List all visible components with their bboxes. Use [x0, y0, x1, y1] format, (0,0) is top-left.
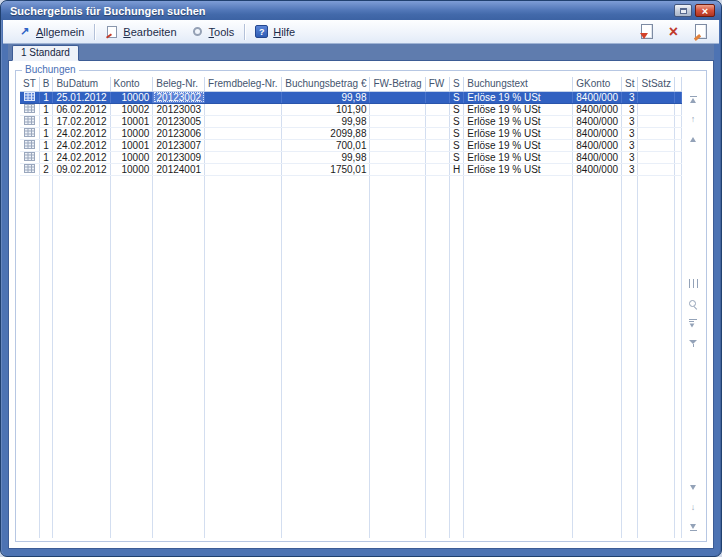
cell-buchungstext[interactable]: Erlöse 19 % USt	[464, 103, 573, 115]
column-header-beleg-nr-[interactable]: Beleg-Nr.	[153, 77, 205, 91]
cell-fw_betrag[interactable]	[370, 127, 425, 139]
table-row[interactable]: 124.02.201210000201230062099,88SErlöse 1…	[20, 127, 682, 139]
cell-s[interactable]: S	[450, 127, 464, 139]
cell-st[interactable]: 3	[622, 163, 638, 175]
cell-fw_betrag[interactable]	[370, 151, 425, 163]
cell-st[interactable]: 3	[622, 103, 638, 115]
cell-gkonto[interactable]: 8400/000	[573, 103, 622, 115]
cell-s[interactable]: S	[450, 91, 464, 103]
sort-button[interactable]	[686, 317, 701, 330]
restore-button[interactable]	[674, 4, 692, 17]
cell-budatum[interactable]: 17.02.2012	[53, 115, 110, 127]
cell-fw[interactable]	[425, 163, 449, 175]
search-button[interactable]	[686, 297, 701, 310]
cell-fw_betrag[interactable]	[370, 91, 425, 103]
cell-buchungstext[interactable]: Erlöse 19 % USt	[464, 91, 573, 103]
cell-st[interactable]	[20, 91, 39, 103]
cell-stsatz[interactable]	[638, 127, 675, 139]
cell-konto[interactable]: 10001	[110, 115, 153, 127]
cell-b[interactable]: 1	[39, 127, 53, 139]
cell-st[interactable]: 3	[622, 151, 638, 163]
column-header-stsatz[interactable]: StSatz	[638, 77, 675, 91]
cell-betrag[interactable]: 99,98	[282, 151, 370, 163]
cell-fremdbeleg_nr[interactable]	[205, 91, 282, 103]
cell-b[interactable]: 1	[39, 115, 53, 127]
scroll-to-top-button[interactable]	[686, 93, 701, 106]
cell-beleg_nr[interactable]: 20123003	[153, 103, 205, 115]
cell-betrag[interactable]: 99,98	[282, 91, 370, 103]
cell-b[interactable]: 1	[39, 103, 53, 115]
column-header-fw[interactable]: FW	[425, 77, 449, 91]
table-row[interactable]: 125.01.2012100002012300299,98SErlöse 19 …	[20, 91, 682, 103]
cell-fremdbeleg_nr[interactable]	[205, 115, 282, 127]
column-header-fremdbeleg-nr-[interactable]: Fremdbeleg-Nr.	[205, 77, 282, 91]
cell-stsatz[interactable]	[638, 151, 675, 163]
cell-konto[interactable]: 10000	[110, 91, 153, 103]
cell-beleg_nr[interactable]: 20123007	[153, 139, 205, 151]
cell-konto[interactable]: 10002	[110, 103, 153, 115]
cell-buchungstext[interactable]: Erlöse 19 % USt	[464, 139, 573, 151]
table-row[interactable]: 124.02.2012100002012300999,98SErlöse 19 …	[20, 151, 682, 163]
cell-budatum[interactable]: 25.01.2012	[53, 91, 110, 103]
cell-konto[interactable]: 10000	[110, 127, 153, 139]
cell-fw_betrag[interactable]	[370, 103, 425, 115]
table-row[interactable]: 124.02.20121000120123007700,01SErlöse 19…	[20, 139, 682, 151]
column-header-b[interactable]: B	[39, 77, 53, 91]
cell-stsatz[interactable]	[638, 139, 675, 151]
close-button[interactable]: ×	[695, 4, 715, 17]
cell-buchungstext[interactable]: Erlöse 19 % USt	[464, 115, 573, 127]
titlebar[interactable]: Suchergebnis für Buchungen suchen ×	[1, 1, 721, 20]
row-up-button[interactable]: ↑	[686, 113, 701, 126]
cell-s[interactable]: S	[450, 151, 464, 163]
cell-betrag[interactable]: 700,01	[282, 139, 370, 151]
cell-beleg_nr[interactable]: 20123006	[153, 127, 205, 139]
cell-b[interactable]: 1	[39, 151, 53, 163]
column-header-st[interactable]: St	[622, 77, 638, 91]
cell-fw[interactable]	[425, 151, 449, 163]
cell-st[interactable]: 3	[622, 127, 638, 139]
cell-fw[interactable]	[425, 127, 449, 139]
cell-st[interactable]: 3	[622, 139, 638, 151]
cell-budatum[interactable]: 06.02.2012	[53, 103, 110, 115]
cell-fremdbeleg_nr[interactable]	[205, 139, 282, 151]
cell-gkonto[interactable]: 8400/000	[573, 115, 622, 127]
scroll-to-bottom-button[interactable]	[686, 521, 701, 534]
cell-b[interactable]: 1	[39, 139, 53, 151]
table-row[interactable]: 106.02.20121000220123003101,90SErlöse 19…	[20, 103, 682, 115]
filter-button[interactable]	[686, 337, 701, 350]
column-options-button[interactable]	[686, 277, 701, 290]
column-header-fw-betrag[interactable]: FW-Betrag	[370, 77, 425, 91]
column-header-konto[interactable]: Konto	[110, 77, 153, 91]
cell-fw[interactable]	[425, 91, 449, 103]
cell-fw[interactable]	[425, 139, 449, 151]
cell-buchungstext[interactable]: Erlöse 19 % USt	[464, 163, 573, 175]
cell-st[interactable]	[20, 163, 39, 175]
cell-budatum[interactable]: 24.02.2012	[53, 127, 110, 139]
cell-konto[interactable]: 10000	[110, 151, 153, 163]
cell-s[interactable]: H	[450, 163, 464, 175]
cell-fw_betrag[interactable]	[370, 163, 425, 175]
cell-st[interactable]: 3	[622, 115, 638, 127]
cell-b[interactable]: 1	[39, 91, 53, 103]
cell-stsatz[interactable]	[638, 115, 675, 127]
cell-fremdbeleg_nr[interactable]	[205, 127, 282, 139]
cell-buchungstext[interactable]: Erlöse 19 % USt	[464, 127, 573, 139]
cell-st[interactable]	[20, 103, 39, 115]
cell-buchungstext[interactable]: Erlöse 19 % USt	[464, 151, 573, 163]
column-header-budatum[interactable]: BuDatum	[53, 77, 110, 91]
cell-b[interactable]: 2	[39, 163, 53, 175]
menu-bearbeiten[interactable]: Bearbeiten	[98, 23, 183, 40]
cell-konto[interactable]: 10000	[110, 163, 153, 175]
note-document-icon-button[interactable]	[692, 23, 709, 40]
tab-standard[interactable]: 1 Standard	[12, 45, 79, 61]
table-row[interactable]: 209.02.201210000201240011750,01HErlöse 1…	[20, 163, 682, 175]
page-down-button[interactable]	[686, 481, 701, 494]
cell-st[interactable]	[20, 151, 39, 163]
cell-betrag[interactable]: 99,98	[282, 115, 370, 127]
menu-hilfe[interactable]: ?Hilfe	[248, 23, 302, 40]
cell-stsatz[interactable]	[638, 103, 675, 115]
cancel-icon-button[interactable]: ×	[665, 23, 682, 40]
table-row[interactable]: 117.02.2012100012012300599,98SErlöse 19 …	[20, 115, 682, 127]
column-header-gkonto[interactable]: GKonto	[573, 77, 622, 91]
menu-allgemein[interactable]: ↗Allgemein	[11, 23, 91, 40]
